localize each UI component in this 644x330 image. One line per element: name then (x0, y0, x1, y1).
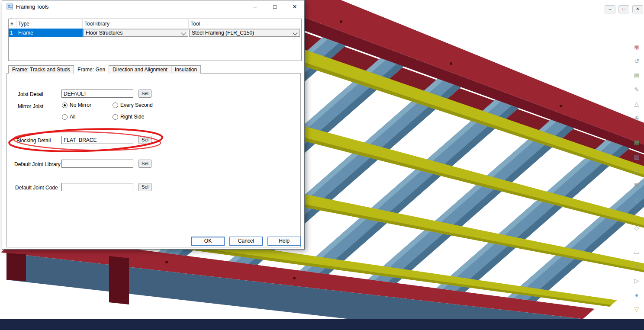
tool-dropdown[interactable]: Steel Framing (FLR_C150) (189, 29, 300, 37)
tool-icon[interactable]: ◉ (631, 42, 642, 52)
tool-icon[interactable]: ▭ (631, 247, 642, 257)
tool-icon[interactable]: △ (631, 99, 642, 109)
chevron-down-icon (293, 30, 297, 35)
default-joint-code-input[interactable] (61, 183, 133, 191)
tool-value: Steel Framing (FLR_C150) (192, 30, 254, 36)
joist-detail-input[interactable] (61, 90, 133, 98)
tab-frame-gen[interactable]: Frame: Gen (74, 65, 109, 74)
joist-detail-sel-button[interactable]: Sel (138, 90, 151, 98)
tab-insulation[interactable]: Insulation (171, 65, 201, 74)
row-type-cell[interactable]: Frame (16, 29, 83, 37)
tools-table: ˆ # Type Tool library Tool 1 Frame Floor… (8, 19, 302, 61)
tool-icon[interactable]: ▷ (631, 276, 642, 286)
radio-circle (62, 114, 68, 120)
dialog-title: Framing Tools (16, 4, 48, 10)
tab-frame-tracks-and-studs[interactable]: Frame: Tracks and Studs (8, 65, 74, 74)
blocking-detail-label: Blocking Detail (16, 138, 51, 144)
tool-icon[interactable]: ▥ (631, 151, 642, 162)
radio-label: All (70, 114, 75, 120)
column-header-tool[interactable]: Tool (189, 19, 300, 29)
column-header-tool-library[interactable]: Tool library (83, 19, 189, 29)
screen: – □ ✕ ◉ ↺ ▤ ✎ △ ⊕ ▦ ▥ □ ▣ ⌂ ○ ◇ ▭ ✕ ▷ ● … (0, 0, 644, 330)
tab-bar: Frame: Tracks and Studs Frame: Gen Direc… (8, 65, 200, 74)
column-header-type[interactable]: Type (16, 19, 83, 29)
tool-icon[interactable]: ✎ (631, 84, 642, 95)
radio-circle (62, 103, 68, 108)
tool-icon[interactable]: ↺ (631, 56, 642, 66)
default-joint-code-sel-button[interactable]: Sel (138, 183, 151, 191)
dialog-close-button[interactable]: ✕ (285, 0, 304, 13)
app-restore-button[interactable]: □ (618, 5, 629, 13)
row-number-cell[interactable]: 1 (9, 29, 16, 37)
tool-icon[interactable]: ◇ (631, 223, 642, 233)
tab-direction-and-alignment[interactable]: Direction and Alignment (109, 65, 171, 74)
tool-icon[interactable]: ▤ (631, 70, 642, 80)
tool-icon[interactable]: ⊕ (631, 113, 642, 123)
radio-circle (113, 103, 118, 108)
default-joint-library-label: Default Joint Library (14, 161, 61, 167)
chevron-down-icon (181, 30, 186, 35)
blocking-detail-sel-button[interactable]: Sel (138, 136, 151, 144)
radio-label: Every Second (120, 102, 153, 108)
tool-library-dropdown[interactable]: Floor Structures (83, 29, 188, 37)
radio-right-side[interactable]: Right Side (113, 114, 144, 120)
help-button[interactable]: Help (267, 237, 301, 246)
radio-circle (113, 114, 118, 120)
bolt (450, 62, 452, 65)
dialog-minimize-button[interactable]: – (245, 0, 264, 13)
tool-library-value: Floor Structures (86, 30, 122, 36)
radio-label: No Mirror (70, 102, 91, 108)
tool-icon[interactable]: □ (631, 166, 642, 176)
column-header-label: # (10, 22, 13, 27)
tab-content-panel (6, 73, 301, 247)
cancel-button[interactable]: Cancel (229, 237, 263, 246)
bolt (293, 277, 296, 279)
taskbar (0, 319, 644, 330)
tool-icon[interactable]: ● (631, 290, 642, 300)
radio-all[interactable]: All (62, 114, 75, 120)
corner-block (109, 256, 129, 304)
default-joint-library-input[interactable] (61, 160, 133, 168)
bolt (165, 261, 168, 263)
default-joint-library-sel-button[interactable]: Sel (138, 160, 151, 168)
bolt (340, 20, 342, 23)
table-header: ˆ # Type Tool library Tool (9, 19, 300, 29)
tool-icon[interactable]: ⌂ (631, 194, 642, 205)
joist-detail-label: Joist Detail (18, 91, 43, 97)
tool-icon[interactable]: ▣ (631, 180, 642, 190)
radio-every-second[interactable]: Every Second (113, 102, 153, 108)
dialog-maximize-button[interactable]: □ (265, 0, 284, 13)
tool-icon[interactable]: ✕ (631, 261, 642, 272)
rim-end-cap (6, 253, 26, 281)
column-header-number[interactable]: ˆ # (9, 19, 16, 29)
ok-button[interactable]: OK (191, 237, 225, 246)
radio-label: Right Side (120, 114, 144, 120)
framing-tools-dialog: Framing Tools – □ ✕ ˆ # Type Tool librar… (2, 0, 305, 250)
default-joint-code-label: Default Joint Code (15, 185, 58, 191)
tool-icon[interactable]: ▽ (631, 304, 642, 314)
mirror-joist-label: Mirror Joist (18, 103, 43, 109)
tool-icon[interactable]: ○ (631, 208, 642, 219)
app-close-button[interactable]: ✕ (632, 5, 643, 13)
bolt (560, 105, 562, 107)
table-row[interactable]: 1 Frame Floor Structures Steel Framing (… (9, 29, 300, 37)
app-minimize-button[interactable]: – (605, 5, 615, 13)
blocking-detail-input[interactable] (61, 136, 133, 144)
tool-icon[interactable]: ▦ (631, 137, 642, 147)
dialog-titlebar[interactable]: Framing Tools – □ ✕ (2, 0, 304, 13)
framing-tools-icon (6, 3, 13, 10)
radio-no-mirror[interactable]: No Mirror (62, 102, 91, 108)
